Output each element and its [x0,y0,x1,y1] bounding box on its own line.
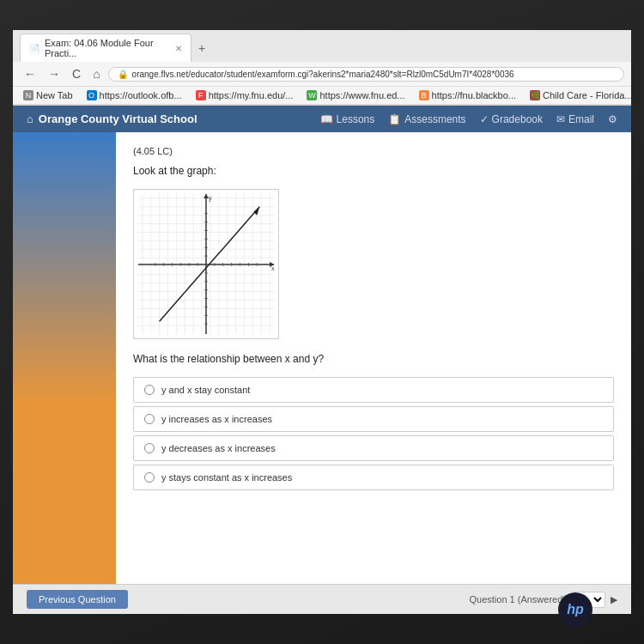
assessments-icon: 📋 [388,113,401,125]
assessments-label: Assessments [404,113,465,125]
bookmark-favicon: N [23,90,33,100]
active-tab[interactable]: 📄 Exam: 04.06 Module Four Practi... ✕ [20,33,191,62]
bookmark-label: New Tab [36,90,73,100]
graph-container: x y [133,189,279,339]
lessons-label: Lessons [337,113,375,125]
nav-bar: ← → C ⌂ 🔒 orange.flvs.net/educator/stude… [13,62,631,87]
back-button[interactable]: ← [20,65,40,82]
address-bar[interactable]: 🔒 orange.flvs.net/educator/student/examf… [108,67,624,82]
bookmark-fnu-my[interactable]: F https://my.fnu.edu/... [192,89,297,101]
bookmark-favicon: W [307,90,317,100]
bookmark-label: https://fnu.blackbo... [432,90,516,100]
radio-4[interactable] [144,472,155,483]
answer-choices: y and x stay constant y increases as x i… [133,377,614,490]
bookmark-favicon: B [419,90,429,100]
lessons-icon: 📖 [320,113,333,125]
choice-1-label: y and x stay constant [161,385,250,395]
radio-1[interactable] [144,385,155,395]
bookmarks-bar: N New Tab O https://outlook.ofb... F htt… [13,87,631,105]
bookmark-label: https://outlook.ofb... [100,90,182,100]
nav-assessments[interactable]: 📋 Assessments [388,113,465,125]
nav-lessons[interactable]: 📖 Lessons [320,113,375,125]
monitor-bezel: 📄 Exam: 04.06 Module Four Practi... ✕ + … [0,0,644,644]
svg-text:x: x [271,265,275,271]
bookmark-new-tab[interactable]: N New Tab [20,89,76,101]
bookmark-label: Child Care - Florida... [543,90,631,100]
bottom-bar: Previous Question Question 1 (Answered) … [13,584,631,614]
choice-2[interactable]: y increases as x increases [133,406,614,432]
gradebook-label: Gradebook [492,113,543,125]
choice-3[interactable]: y decreases as x increases [133,435,614,461]
email-label: Email [568,113,594,125]
status-icon: ▶ [611,594,617,605]
bookmark-favicon: 🌿 [530,90,540,100]
left-sidebar [13,132,116,584]
tab-bar: 📄 Exam: 04.06 Module Four Practi... ✕ + [13,30,631,62]
svg-text:y: y [209,195,212,202]
radio-2[interactable] [144,414,155,424]
home-button[interactable]: ⌂ [88,65,104,82]
site-logo: ⌂ Orange County Virtual School [27,112,197,125]
choice-4-label: y stays constant as x increases [161,472,292,483]
choice-2-label: y increases as x increases [161,414,272,424]
question-status: Question 1 (Answered) 0 ▶ [470,592,618,608]
coordinate-graph: x y [134,190,278,338]
school-name: Orange County Virtual School [39,112,197,125]
hp-logo: hp [558,592,592,627]
gear-icon: ⚙ [608,113,617,125]
bookmark-childcare[interactable]: 🌿 Child Care - Florida... [526,89,631,101]
site-header: ⌂ Orange County Virtual School 📖 Lessons… [13,106,631,132]
main-content: (4.05 LC) Look at the graph: [13,132,631,584]
nav-gradebook[interactable]: ✓ Gradebook [480,113,543,125]
address-text: orange.flvs.net/educator/student/examfor… [132,70,514,79]
refresh-button[interactable]: C [68,65,85,82]
radio-3[interactable] [144,443,155,453]
browser-chrome: 📄 Exam: 04.06 Module Four Practi... ✕ + … [13,30,631,106]
question-label: (4.05 LC) [133,146,614,156]
status-text: Question 1 (Answered) [470,594,567,605]
bookmark-blackboard[interactable]: B https://fnu.blackbo... [416,89,519,101]
bookmark-favicon: F [196,90,206,100]
choice-1[interactable]: y and x stay constant [133,377,614,403]
previous-question-button[interactable]: Previous Question [27,590,128,609]
graph-prompt: Look at the graph: [133,165,614,177]
tab-favicon: 📄 [29,44,39,53]
tab-title: Exam: 04.06 Module Four Practi... [45,38,167,58]
hp-logo-area: hp [558,592,592,627]
home-icon: ⌂ [27,112,33,125]
choice-3-label: y decreases as x increases [161,443,276,453]
gradebook-icon: ✓ [480,113,489,125]
bookmark-fnu-www[interactable]: W https://www.fnu.ed... [303,89,408,101]
relationship-prompt: What is the relationship between x and y… [133,353,614,365]
bookmark-outlook[interactable]: O https://outlook.ofb... [83,89,185,101]
bookmark-favicon: O [87,90,97,100]
email-icon: ✉ [556,113,565,125]
screen: 📄 Exam: 04.06 Module Four Practi... ✕ + … [13,30,631,614]
nav-email[interactable]: ✉ Email [556,113,594,125]
new-tab-button[interactable]: + [191,38,212,58]
tab-close-icon[interactable]: ✕ [175,44,182,53]
nav-settings[interactable]: ⚙ [608,113,617,125]
bookmark-label: https://my.fnu.edu/... [209,90,294,100]
choice-4[interactable]: y stays constant as x increases [133,465,614,490]
content-area: (4.05 LC) Look at the graph: [116,132,631,584]
forward-button[interactable]: → [44,65,64,82]
bookmark-label: https://www.fnu.ed... [319,90,404,100]
lock-icon: 🔒 [118,70,128,79]
site-nav: 📖 Lessons 📋 Assessments ✓ Gradebook ✉ Em… [320,113,617,125]
